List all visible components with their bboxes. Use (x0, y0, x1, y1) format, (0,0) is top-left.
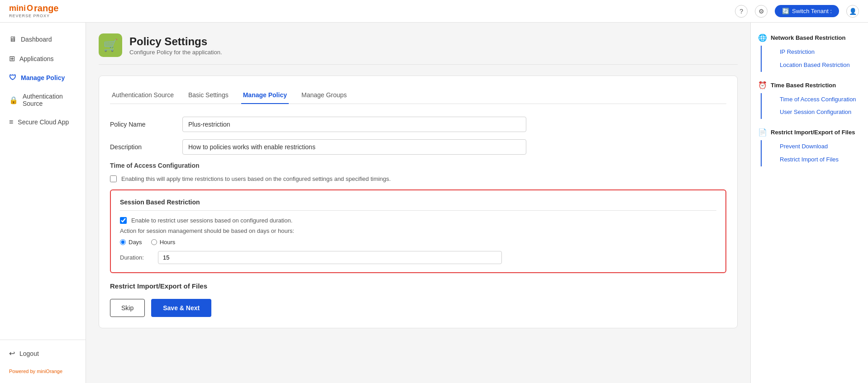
time-of-access-section: Time of Access Configuration Enabling th… (110, 162, 726, 182)
action-buttons: Skip Save & Next (110, 299, 726, 317)
time-of-access-title: Time of Access Configuration (110, 162, 726, 169)
session-restriction-box: Session Based Restriction Enable to rest… (110, 189, 726, 273)
days-radio[interactable] (120, 239, 126, 245)
hours-radio[interactable] (151, 239, 157, 245)
switch-tenant-button[interactable]: 🔄 Switch Tenant : (775, 5, 839, 17)
logo-text: miniOrange (9, 3, 59, 14)
session-action-label: Action for session management should be … (120, 227, 716, 234)
sidebar-footer: ↩ Logout (0, 340, 86, 367)
app-icon: 🛒 (99, 33, 122, 57)
toc-files-section: 📄 Restrict Import/Export of Files Preven… (751, 124, 868, 166)
toc-restrict-import[interactable]: Restrict Import of Files (761, 153, 868, 166)
secure-cloud-icon: ≡ (9, 118, 13, 126)
sidebar: 🖥 Dashboard ⊞ Applications 🛡 Manage Poli… (0, 23, 86, 383)
page-title-group: Policy Settings Configure Policy for the… (129, 35, 222, 56)
sidebar-item-label: Manage Policy (21, 74, 65, 81)
toc-files-title: Restrict Import/Export of Files (771, 129, 855, 136)
topbar: miniOrange REVERSE PROXY ? ⚙ 🔄 Switch Te… (0, 0, 868, 23)
toc-time-access[interactable]: Time of Access Configuration (761, 93, 868, 106)
toc-time-section: ⏰ Time Based Restriction Time of Access … (751, 77, 868, 119)
toc-network-title: Network Based Restriction (771, 34, 845, 41)
sidebar-item-applications[interactable]: ⊞ Applications (0, 49, 86, 68)
hours-label: Hours (160, 239, 176, 246)
help-icon[interactable]: ? (735, 5, 748, 18)
toc-user-session[interactable]: User Session Configuration (761, 106, 868, 119)
toc-location-restriction[interactable]: Location Based Restriction (761, 59, 868, 72)
main-content: 🛒 Policy Settings Configure Policy for t… (86, 23, 750, 383)
layout: 🖥 Dashboard ⊞ Applications 🛡 Manage Poli… (0, 23, 868, 383)
policy-name-label: Policy Name (110, 121, 182, 128)
days-label: Days (129, 239, 142, 246)
days-option[interactable]: Days (120, 239, 142, 246)
right-toc: 🌐 Network Based Restriction IP Restricti… (750, 23, 868, 383)
skip-button[interactable]: Skip (110, 299, 145, 317)
network-icon: 🌐 (758, 33, 767, 42)
description-row: Description (110, 139, 726, 155)
toc-prevent-download[interactable]: Prevent Download (761, 140, 868, 153)
sidebar-item-dashboard[interactable]: 🖥 Dashboard (0, 30, 86, 49)
content-card: Authentication Source Basic Settings Man… (99, 76, 738, 328)
sidebar-item-label: Applications (19, 55, 54, 62)
auth-source-icon: 🔒 (9, 96, 18, 104)
session-enable-checkbox[interactable] (120, 217, 127, 224)
restrict-section-title: Restrict Import/Export of Files (110, 282, 726, 290)
tab-auth-source[interactable]: Authentication Source (110, 87, 176, 104)
toc-network-header: 🌐 Network Based Restriction (751, 30, 868, 46)
session-radio-row: Days Hours (120, 239, 716, 246)
sidebar-item-manage-policy[interactable]: 🛡 Manage Policy (0, 68, 86, 87)
tab-basic-settings[interactable]: Basic Settings (186, 87, 230, 104)
toc-ip-restriction[interactable]: IP Restriction (761, 46, 868, 59)
page-title: Policy Settings (129, 35, 222, 48)
time-of-access-label: Enabling this will apply time restrictio… (121, 175, 391, 182)
session-enable-row: Enable to restrict user sessions based o… (120, 217, 716, 224)
dashboard-icon: 🖥 (9, 35, 16, 43)
duration-row: Duration: (120, 251, 716, 264)
toc-files-header: 📄 Restrict Import/Export of Files (751, 124, 868, 140)
applications-icon: ⊞ (9, 54, 15, 63)
time-of-access-checkbox[interactable] (110, 175, 117, 182)
manage-policy-icon: 🛡 (9, 74, 16, 82)
topbar-right: ? ⚙ 🔄 Switch Tenant : 👤 (735, 5, 859, 18)
switch-tenant-label: Switch Tenant : (792, 8, 832, 14)
logout-label: Logout (19, 350, 39, 357)
description-input[interactable] (182, 139, 526, 155)
toc-time-title: Time Based Restriction (771, 82, 836, 89)
switch-tenant-icon: 🔄 (782, 8, 789, 14)
user-icon[interactable]: 👤 (846, 5, 859, 18)
policy-name-row: Policy Name (110, 117, 726, 132)
save-next-button[interactable]: Save & Next (151, 299, 211, 317)
sidebar-item-secure-cloud-app[interactable]: ≡ Secure Cloud App (0, 113, 86, 132)
page-subtitle: Configure Policy for the application. (129, 49, 222, 56)
session-enable-label: Enable to restrict user sessions based o… (131, 217, 292, 224)
logo: miniOrange REVERSE PROXY (9, 3, 63, 19)
logo-sub: REVERSE PROXY (9, 14, 50, 18)
settings-icon[interactable]: ⚙ (755, 5, 768, 18)
logout-icon: ↩ (9, 349, 15, 358)
time-of-access-checkbox-row: Enabling this will apply time restrictio… (110, 175, 726, 182)
sidebar-item-label: Secure Cloud App (18, 118, 69, 126)
sidebar-item-label: Dashboard (21, 36, 52, 43)
duration-label: Duration: (120, 254, 152, 261)
description-label: Description (110, 143, 182, 151)
policy-name-input[interactable] (182, 117, 526, 132)
toc-time-header: ⏰ Time Based Restriction (751, 77, 868, 93)
toc-network-section: 🌐 Network Based Restriction IP Restricti… (751, 30, 868, 72)
session-restriction-title: Session Based Restriction (120, 199, 716, 211)
logo-image: miniOrange REVERSE PROXY (9, 3, 63, 19)
time-icon: ⏰ (758, 81, 767, 90)
duration-input[interactable] (158, 251, 502, 264)
tab-manage-groups[interactable]: Manage Groups (300, 87, 348, 104)
logout-button[interactable]: ↩ Logout (9, 345, 76, 361)
tabs: Authentication Source Basic Settings Man… (110, 87, 726, 104)
sidebar-item-label: Authentication Source (23, 93, 76, 107)
page-header: 🛒 Policy Settings Configure Policy for t… (99, 33, 738, 65)
hours-option[interactable]: Hours (151, 239, 176, 246)
files-icon: 📄 (758, 128, 767, 137)
powered-by: Powered by miniOrange (0, 367, 86, 376)
tab-manage-policy[interactable]: Manage Policy (241, 87, 289, 104)
sidebar-item-authentication-source[interactable]: 🔒 Authentication Source (0, 87, 86, 113)
